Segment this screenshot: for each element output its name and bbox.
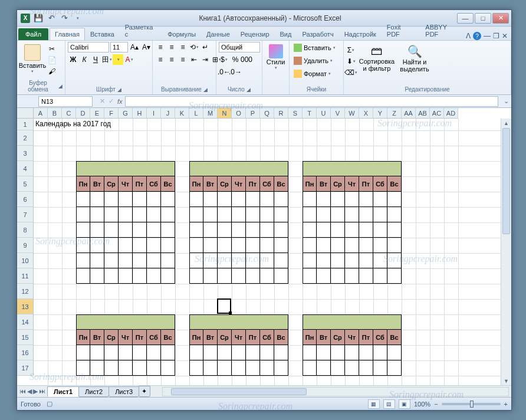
styles-button[interactable]: Стили ▾ [265,42,287,70]
help-icon[interactable]: ? [473,32,481,40]
autosum-icon[interactable]: Σ [346,45,356,55]
insert-cells-button[interactable]: Вставить▾ [292,42,337,54]
number-launcher-icon[interactable]: ◢ [246,87,251,93]
day-cell[interactable] [104,268,119,284]
day-cell[interactable] [345,238,359,253]
day-cell[interactable] [246,268,260,284]
day-cell[interactable] [76,253,90,268]
day-cell[interactable] [387,253,402,268]
day-cell[interactable] [246,238,260,253]
day-cell[interactable] [317,222,331,238]
day-cell[interactable] [147,207,161,222]
day-cell[interactable] [90,345,104,360]
day-cell[interactable] [104,253,119,268]
day-cell[interactable] [260,238,274,253]
tab-view[interactable]: Вид [275,28,297,40]
col-header-I[interactable]: I [147,108,161,119]
day-cell[interactable] [387,207,402,222]
day-cell[interactable] [76,207,90,222]
font-size-select[interactable]: 11 [110,42,128,52]
day-cell[interactable] [317,192,331,207]
percent-format-icon[interactable]: % [230,54,241,65]
day-cell[interactable] [104,222,119,238]
delete-cells-button[interactable]: Удалить▾ [292,55,334,67]
day-cell[interactable] [303,253,317,268]
day-cell[interactable] [274,268,288,284]
zoom-level[interactable]: 100% [414,401,430,408]
row-header-13[interactable]: 13 [17,299,34,314]
day-cell[interactable] [76,268,90,284]
day-cell[interactable] [274,360,288,376]
expand-formula-bar-icon[interactable]: ⌄ [501,97,511,105]
day-cell[interactable] [119,207,133,222]
row-header-4[interactable]: 4 [17,161,34,176]
day-cell[interactable] [345,192,359,207]
day-cell[interactable] [387,360,402,376]
day-cell[interactable] [317,345,331,360]
day-cell[interactable] [218,207,232,222]
col-header-C[interactable]: C [62,108,76,119]
col-header-S[interactable]: S [288,108,303,119]
paste-button[interactable]: Вставить ▾ [19,42,45,74]
day-cell[interactable] [345,360,359,376]
day-cell[interactable] [189,268,203,284]
col-header-B[interactable]: B [48,108,62,119]
last-sheet-icon[interactable]: ⏭ [39,388,45,395]
day-cell[interactable] [161,345,175,360]
day-cell[interactable] [203,238,218,253]
col-header-Y[interactable]: Y [373,108,387,119]
day-cell[interactable] [274,222,288,238]
scroll-up-icon[interactable]: ▲ [501,119,511,127]
day-cell[interactable] [189,207,203,222]
day-cell[interactable] [345,268,359,284]
day-cell[interactable] [232,207,246,222]
col-header-Z[interactable]: Z [387,108,402,119]
font-color-button[interactable]: A [124,54,134,65]
day-cell[interactable] [359,253,373,268]
enter-formula-icon[interactable]: ✓ [109,97,114,105]
day-cell[interactable] [345,207,359,222]
day-cell[interactable] [104,360,119,376]
day-cell[interactable] [133,268,147,284]
doc-close-icon[interactable]: ✕ [502,32,508,40]
tab-addins[interactable]: Надстройк [339,28,382,40]
font-launcher-icon[interactable]: ◢ [117,87,121,93]
day-cell[interactable] [387,345,402,360]
tab-data[interactable]: Данные [201,28,235,40]
day-cell[interactable] [133,253,147,268]
day-cell[interactable] [90,268,104,284]
day-cell[interactable] [303,192,317,207]
col-header-M[interactable]: M [203,108,218,119]
col-header-A[interactable]: A [34,108,48,119]
tab-insert[interactable]: Вставка [85,28,120,40]
day-cell[interactable] [218,268,232,284]
day-cell[interactable] [260,207,274,222]
col-header-AD[interactable]: AD [444,108,458,119]
sheet-tab-2[interactable]: Лист2 [78,386,109,397]
day-cell[interactable] [189,253,203,268]
day-cell[interactable] [90,222,104,238]
day-cell[interactable] [147,360,161,376]
tab-review[interactable]: Рецензир [235,28,275,40]
vertical-scrollbar[interactable]: ▲ ▼ [501,119,511,385]
day-cell[interactable] [119,268,133,284]
first-sheet-icon[interactable]: ⏮ [19,388,26,395]
border-button[interactable]: 田 [101,54,112,65]
col-header-L[interactable]: L [189,108,203,119]
day-cell[interactable] [76,238,90,253]
day-cell[interactable] [218,360,232,376]
day-cell[interactable] [359,222,373,238]
day-cell[interactable] [161,253,175,268]
doc-minimize-icon[interactable]: — [484,32,491,40]
day-cell[interactable] [246,207,260,222]
increase-indent-icon[interactable]: ⇥ [200,54,211,65]
decrease-decimal-icon[interactable]: .0→ [230,67,241,77]
align-center-icon[interactable]: ≡ [166,54,177,65]
day-cell[interactable] [359,268,373,284]
wrap-text-icon[interactable]: ↵ [200,42,211,52]
day-cell[interactable] [133,360,147,376]
day-cell[interactable] [161,268,175,284]
day-cell[interactable] [232,238,246,253]
day-cell[interactable] [90,238,104,253]
row-header-1[interactable]: 1 [17,119,34,130]
